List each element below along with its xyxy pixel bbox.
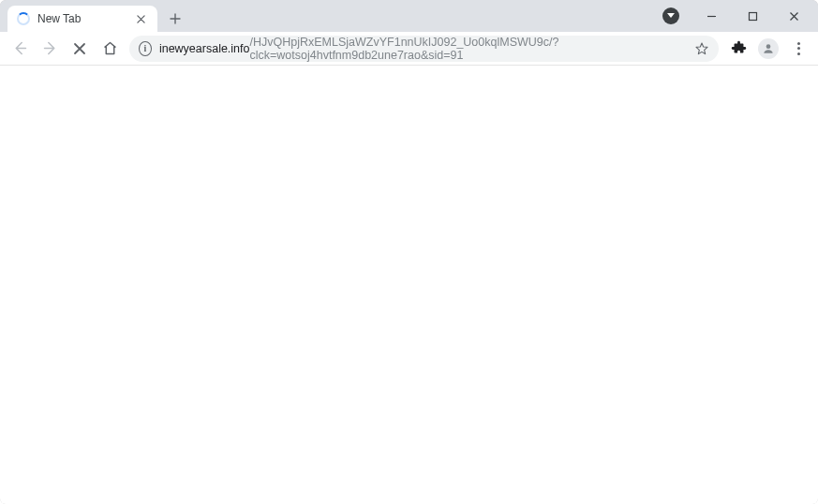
extensions-button[interactable] bbox=[724, 35, 752, 63]
url-path: /HJvQHpjRxEMLSjaWZvYF1nnUkIJ092_Uo0kqlMS… bbox=[250, 36, 695, 62]
svg-point-1 bbox=[766, 44, 771, 49]
home-button[interactable] bbox=[96, 35, 124, 63]
svg-rect-0 bbox=[749, 12, 756, 20]
profile-button[interactable] bbox=[754, 35, 782, 63]
tab-strip: New Tab bbox=[0, 0, 662, 32]
tab-title: New Tab bbox=[37, 12, 133, 25]
arrow-right-icon bbox=[42, 40, 58, 56]
close-icon bbox=[73, 42, 86, 55]
close-tab-button[interactable] bbox=[133, 11, 148, 26]
puzzle-icon bbox=[731, 40, 747, 56]
page-content bbox=[0, 66, 818, 504]
window-controls bbox=[662, 0, 818, 32]
stop-button[interactable] bbox=[66, 35, 94, 63]
minimize-icon bbox=[706, 11, 717, 22]
address-bar[interactable]: i inewyearsale.info/HJvQHpjRxEMLSjaWZvYF… bbox=[129, 36, 719, 62]
back-button[interactable] bbox=[6, 35, 34, 63]
url-host: inewyearsale.info bbox=[159, 42, 250, 55]
window-close-button[interactable] bbox=[773, 2, 814, 30]
forward-button[interactable] bbox=[36, 35, 64, 63]
minimize-button[interactable] bbox=[691, 2, 732, 30]
arrow-left-icon bbox=[12, 40, 28, 56]
plus-icon bbox=[170, 13, 181, 24]
new-tab-button[interactable] bbox=[163, 7, 187, 31]
share-button[interactable] bbox=[662, 7, 679, 24]
site-info-icon[interactable]: i bbox=[139, 41, 152, 56]
bookmark-button[interactable] bbox=[694, 41, 709, 56]
caret-down-icon bbox=[667, 13, 675, 19]
loading-spinner-icon bbox=[17, 12, 30, 25]
maximize-icon bbox=[748, 11, 758, 22]
maximize-button[interactable] bbox=[732, 2, 773, 30]
browser-tab[interactable]: New Tab bbox=[7, 6, 157, 32]
close-icon bbox=[789, 11, 799, 22]
close-icon bbox=[137, 15, 145, 23]
title-bar: New Tab bbox=[0, 0, 818, 32]
star-icon bbox=[694, 41, 709, 56]
toolbar: i inewyearsale.info/HJvQHpjRxEMLSjaWZvYF… bbox=[0, 32, 818, 66]
home-icon bbox=[102, 40, 118, 56]
kebab-menu-icon bbox=[797, 42, 800, 55]
menu-button[interactable] bbox=[784, 35, 812, 63]
avatar-icon bbox=[758, 38, 779, 59]
